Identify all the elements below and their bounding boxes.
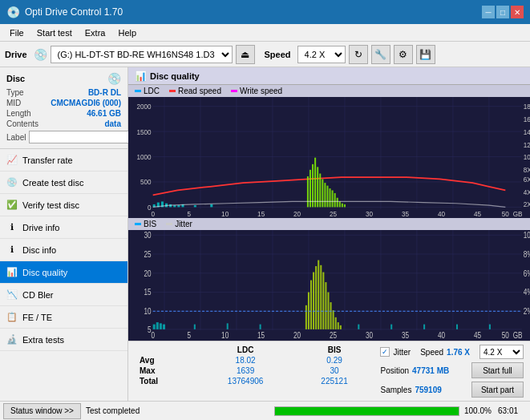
svg-text:8%: 8% xyxy=(524,250,530,259)
svg-rect-113 xyxy=(308,293,310,329)
svg-text:8X: 8X xyxy=(524,166,530,175)
legend-bis-label: BIS xyxy=(144,220,156,228)
refresh-button[interactable]: ↻ xyxy=(349,45,368,64)
svg-rect-114 xyxy=(310,281,312,329)
svg-text:12X: 12X xyxy=(524,140,530,149)
svg-text:15: 15 xyxy=(144,289,152,297)
nav-cd-bler[interactable]: 📉 CD Bler xyxy=(0,284,127,306)
close-button[interactable]: ✕ xyxy=(511,6,524,18)
legend-ldc: LDC xyxy=(135,87,160,95)
svg-text:10: 10 xyxy=(221,210,229,219)
charts-wrapper: 2000 1500 1000 500 0 18X 16X 14X 12X 10X… xyxy=(128,97,530,401)
status-percent: 100.0% xyxy=(464,406,493,415)
col-label xyxy=(135,345,196,355)
nav-disc-quality[interactable]: 📊 Disc quality xyxy=(0,261,127,284)
stats-table: LDC BIS Avg 18.02 0.29 Max xyxy=(135,345,374,398)
nav-fe-te[interactable]: 📋 FE / TE xyxy=(0,306,127,329)
svg-rect-133 xyxy=(456,325,458,329)
svg-text:4%: 4% xyxy=(524,289,530,297)
drive-label: Drive xyxy=(5,50,27,59)
save-button[interactable]: 💾 xyxy=(416,45,435,64)
svg-text:14X: 14X xyxy=(524,127,530,136)
svg-text:2X: 2X xyxy=(524,200,530,209)
nav-transfer-rate[interactable]: 📈 Transfer rate xyxy=(0,149,127,172)
svg-rect-118 xyxy=(320,265,322,329)
max-bis: 30 xyxy=(295,365,374,376)
total-ldc: 13764906 xyxy=(196,376,295,386)
svg-text:35: 35 xyxy=(402,210,409,219)
jitter-label: Jitter xyxy=(393,348,411,357)
status-window-button[interactable]: Status window >> xyxy=(3,403,81,419)
speed-info-label: Speed xyxy=(420,348,443,357)
svg-text:5: 5 xyxy=(187,210,191,219)
settings-button[interactable]: ⚙ xyxy=(394,45,413,64)
legend-write-dot xyxy=(231,90,237,92)
legend-write: Write speed xyxy=(231,87,282,95)
start-part-button[interactable]: Start part xyxy=(471,382,524,398)
svg-text:20: 20 xyxy=(293,210,301,219)
main-layout: Disc 💿 Type BD-R DL MID CMCMAGDI6 (000) … xyxy=(0,67,530,401)
total-bis: 225121 xyxy=(295,376,374,386)
start-full-button[interactable]: Start full xyxy=(471,362,524,378)
svg-text:16X: 16X xyxy=(524,115,530,124)
minimize-button[interactable]: ─ xyxy=(482,6,495,18)
svg-rect-131 xyxy=(390,325,392,329)
svg-rect-130 xyxy=(358,325,359,329)
svg-text:35: 35 xyxy=(402,332,409,341)
title-bar-left: 💿 Opti Drive Control 1.70 xyxy=(6,6,123,18)
svg-rect-126 xyxy=(340,325,342,329)
position-value: 47731 MB xyxy=(412,366,449,375)
menu-start-test[interactable]: Start test xyxy=(30,26,79,39)
svg-text:6X: 6X xyxy=(524,175,530,184)
nav-disc-info[interactable]: ℹ Disc info xyxy=(0,239,127,261)
stats-right: ✓ Jitter Speed 1.76 X 4.2 X Po xyxy=(380,345,524,398)
drive-select[interactable]: (G:) HL-DT-ST BD-RE WH16NS48 1.D3 xyxy=(51,46,233,63)
nav-verify-test-disc[interactable]: ✅ Verify test disc xyxy=(0,194,127,216)
svg-text:2%: 2% xyxy=(524,308,530,317)
legend-jitter-label: Jitter xyxy=(175,220,192,228)
position-label: Position xyxy=(380,366,409,375)
title-bar-controls: ─ □ ✕ xyxy=(482,6,524,18)
svg-text:20: 20 xyxy=(293,332,301,341)
stats-area: LDC BIS Avg 18.02 0.29 Max xyxy=(128,341,530,401)
disc-label-input[interactable] xyxy=(29,131,136,143)
maximize-button[interactable]: □ xyxy=(496,6,509,18)
speed-select-small[interactable]: 4.2 X xyxy=(479,345,524,359)
svg-text:1000: 1000 xyxy=(136,153,151,162)
svg-text:10: 10 xyxy=(144,308,152,317)
col-ldc: LDC xyxy=(196,345,295,355)
menu-help[interactable]: Help xyxy=(111,26,143,39)
nav-items: 📈 Transfer rate 💿 Create test disc ✅ Ver… xyxy=(0,149,127,401)
tools-button[interactable]: 🔧 xyxy=(371,45,390,64)
drive-info-icon: ℹ xyxy=(6,222,18,233)
svg-text:0: 0 xyxy=(151,210,155,219)
disc-length-value: 46.61 GB xyxy=(87,109,121,118)
svg-text:40: 40 xyxy=(438,210,445,219)
nav-extra-tests[interactable]: 🔬 Extra tests xyxy=(0,329,127,351)
menu-extra[interactable]: Extra xyxy=(79,26,112,39)
menu-file[interactable]: File xyxy=(3,26,30,39)
svg-text:GB: GB xyxy=(513,210,523,219)
disc-label-label: Label xyxy=(6,133,26,142)
svg-rect-116 xyxy=(315,266,317,329)
jitter-checkbox[interactable]: ✓ xyxy=(380,347,390,357)
eject-button[interactable]: ⏏ xyxy=(236,45,255,64)
disc-type-label: Type xyxy=(6,88,24,97)
nav-drive-info[interactable]: ℹ Drive info xyxy=(0,216,127,239)
disc-section-title: Disc xyxy=(6,74,25,83)
disc-mid-row: MID CMCMAGDI6 (000) xyxy=(6,99,121,107)
svg-rect-57 xyxy=(319,173,321,207)
svg-text:4X: 4X xyxy=(524,188,530,197)
nav-create-test-disc[interactable]: 💿 Create test disc xyxy=(0,172,127,194)
total-label: Total xyxy=(135,376,196,386)
svg-rect-115 xyxy=(313,273,314,329)
svg-rect-58 xyxy=(322,179,323,207)
nav-disc-info-label: Disc info xyxy=(22,245,56,255)
svg-text:5: 5 xyxy=(187,332,191,341)
svg-text:0: 0 xyxy=(151,332,155,341)
disc-quality-icon: 📊 xyxy=(6,267,18,278)
svg-text:15: 15 xyxy=(257,332,265,341)
speed-select[interactable]: 4.2 X xyxy=(297,46,346,63)
legend-ldc-dot xyxy=(135,90,141,92)
svg-rect-134 xyxy=(489,325,491,329)
